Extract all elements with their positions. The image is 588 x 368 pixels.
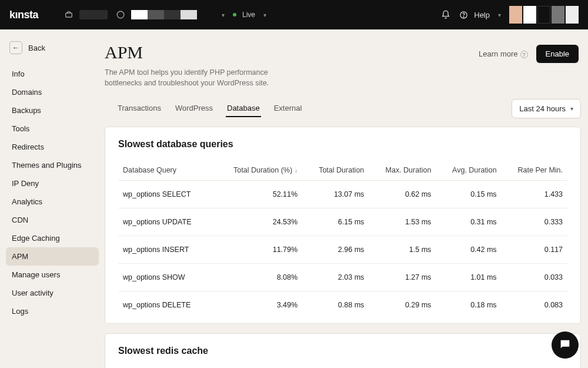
back-button[interactable]: ← Back	[6, 38, 99, 65]
cell-total: 13.07 ms	[302, 181, 369, 208]
table-row[interactable]: wp_options INSERT11.79%2.96 ms1.5 ms0.42…	[118, 236, 567, 264]
column-header[interactable]: Total Duration	[302, 160, 369, 181]
status-dot-icon	[233, 13, 236, 16]
column-header[interactable]: Database Query	[118, 160, 213, 181]
table-row[interactable]: wp_options SELECT52.11%13.07 ms0.62 ms0.…	[118, 181, 567, 208]
help-circle-icon	[459, 10, 468, 19]
arrow-left-icon: ←	[9, 41, 22, 54]
cell-query: wp_options SHOW	[118, 264, 213, 291]
tab-wordpress[interactable]: WordPress	[174, 100, 214, 117]
slowest-redis-card: Slowest redis cache	[105, 333, 581, 368]
tab-external[interactable]: External	[273, 100, 303, 117]
sidebar-item-apm[interactable]: APM	[6, 247, 99, 266]
tab-transactions[interactable]: Transactions	[116, 100, 162, 117]
svg-rect-0	[66, 13, 72, 17]
sidebar-item-ip-deny[interactable]: IP Deny	[6, 174, 99, 193]
svg-point-3	[463, 16, 464, 17]
sidebar-item-themes-and-plugins[interactable]: Themes and Plugins	[6, 156, 99, 174]
cell-avg: 0.18 ms	[436, 291, 501, 319]
sidebar-item-manage-users[interactable]: Manage users	[6, 266, 99, 284]
cell-rate: 0.117	[502, 236, 567, 264]
cell-total: 6.15 ms	[302, 208, 369, 236]
cell-pct: 8.08%	[213, 264, 302, 291]
topbar: kınsta ▾ Live ▾ Help ▾	[0, 0, 588, 29]
cell-max: 0.62 ms	[369, 181, 436, 208]
account-avatar[interactable]	[509, 6, 579, 24]
workspace-name-redacted	[79, 10, 108, 19]
cell-pct: 52.11%	[213, 181, 302, 208]
sidebar-item-domains[interactable]: Domains	[6, 83, 99, 101]
column-header[interactable]: Rate Per Min.	[502, 160, 567, 181]
chat-icon	[559, 338, 572, 353]
cell-max: 1.5 ms	[369, 236, 436, 264]
help-menu[interactable]: Help ▾	[459, 10, 501, 19]
sidebar-item-edge-caching[interactable]: Edge Caching	[6, 229, 99, 247]
cell-pct: 24.53%	[213, 208, 302, 236]
sidebar-item-user-activity[interactable]: User activity	[6, 284, 99, 302]
slowest-queries-card: Slowest database queries Database QueryT…	[105, 127, 581, 324]
chevron-down-icon: ▾	[222, 12, 225, 18]
chevron-down-icon: ▾	[263, 12, 266, 18]
column-header[interactable]: Max. Duration	[369, 160, 436, 181]
cell-pct: 3.49%	[213, 291, 302, 319]
cell-avg: 0.15 ms	[436, 181, 501, 208]
table-row[interactable]: wp_options DELETE3.49%0.88 ms0.29 ms0.18…	[118, 291, 567, 319]
sidebar-item-tools[interactable]: Tools	[6, 120, 99, 138]
cell-max: 0.29 ms	[369, 291, 436, 319]
cell-rate: 0.333	[502, 208, 567, 236]
help-label: Help	[474, 11, 490, 19]
cell-query: wp_options SELECT	[118, 181, 213, 208]
tab-list: TransactionsWordPressDatabaseExternal	[105, 100, 303, 117]
environment-label: Live	[242, 11, 255, 19]
briefcase-icon	[64, 10, 74, 19]
workspace-switcher[interactable]	[64, 10, 108, 19]
cell-avg: 1.01 ms	[436, 264, 501, 291]
environment-switcher[interactable]: Live ▾	[233, 11, 266, 19]
page-title: APM	[105, 42, 281, 62]
page-subtitle: The APM tool helps you identify PHP perf…	[105, 67, 281, 88]
main-content: APM The APM tool helps you identify PHP …	[105, 29, 588, 368]
sidebar-item-info[interactable]: Info	[6, 65, 99, 83]
enable-button[interactable]: Enable	[536, 45, 579, 63]
back-label: Back	[28, 44, 45, 52]
wordpress-icon	[116, 10, 125, 19]
svg-point-1	[117, 11, 124, 18]
cell-query: wp_options INSERT	[118, 236, 213, 264]
table-row[interactable]: wp_options UPDATE24.53%6.15 ms1.53 ms0.3…	[118, 208, 567, 236]
cell-total: 2.03 ms	[302, 264, 369, 291]
table-row[interactable]: wp_options SHOW8.08%2.03 ms1.27 ms1.01 m…	[118, 264, 567, 291]
time-range-label: Last 24 hours	[519, 104, 566, 113]
cell-total: 0.88 ms	[302, 291, 369, 319]
sidebar-item-backups[interactable]: Backups	[6, 101, 99, 120]
cell-rate: 0.083	[502, 291, 567, 319]
bell-icon[interactable]	[441, 10, 450, 19]
learn-more-link[interactable]: Learn more?	[479, 49, 527, 58]
cell-query: wp_options DELETE	[118, 291, 213, 319]
sidebar-item-analytics[interactable]: Analytics	[6, 193, 99, 211]
site-switcher[interactable]: ▾	[116, 10, 225, 19]
brand-logo[interactable]: kınsta	[9, 9, 38, 21]
sidebar-item-redirects[interactable]: Redirects	[6, 138, 99, 156]
cell-avg: 0.31 ms	[436, 208, 501, 236]
cell-pct: 11.79%	[213, 236, 302, 264]
cell-max: 1.53 ms	[369, 208, 436, 236]
help-circle-icon: ?	[520, 51, 528, 58]
column-header[interactable]: Avg. Duration	[436, 160, 501, 181]
cell-total: 2.96 ms	[302, 236, 369, 264]
sort-desc-icon: ↓	[295, 167, 298, 174]
tab-database[interactable]: Database	[226, 100, 261, 117]
column-header[interactable]: Total Duration (%)↓	[213, 160, 302, 181]
card-title: Slowest redis cache	[118, 346, 567, 356]
site-name-redacted	[131, 10, 213, 19]
chevron-down-icon: ▾	[498, 12, 501, 18]
cell-rate: 1.433	[502, 181, 567, 208]
sidebar: ← Back InfoDomainsBackupsToolsRedirectsT…	[0, 29, 105, 368]
queries-table: Database QueryTotal Duration (%)↓Total D…	[118, 160, 567, 319]
time-range-select[interactable]: Last 24 hours ▾	[512, 99, 581, 118]
chat-button[interactable]	[552, 331, 579, 359]
cell-avg: 0.42 ms	[436, 236, 501, 264]
sidebar-item-cdn[interactable]: CDN	[6, 211, 99, 229]
card-title: Slowest database queries	[118, 139, 567, 150]
chevron-down-icon: ▾	[570, 105, 573, 112]
sidebar-item-logs[interactable]: Logs	[6, 302, 99, 320]
